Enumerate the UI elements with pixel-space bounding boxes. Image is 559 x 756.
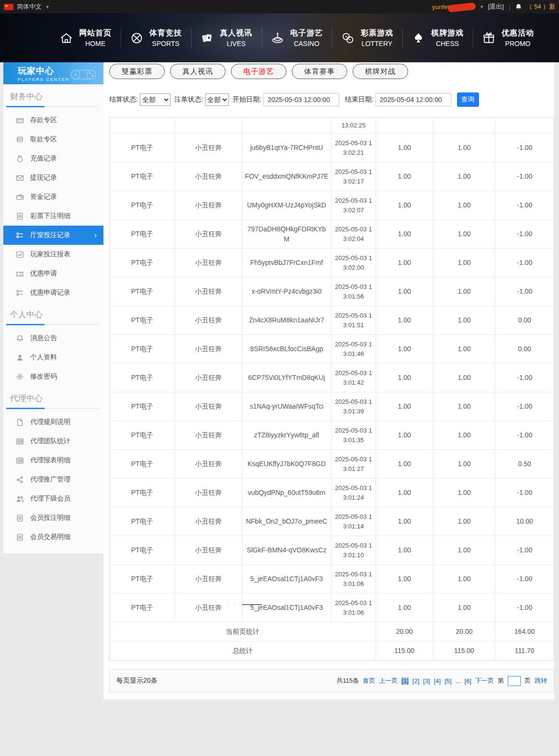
settle-status-select[interactable]: 全部 xyxy=(140,93,171,106)
cell-win-loss: -1.00 xyxy=(495,392,554,421)
sidebar-item[interactable]: 会员交易明细 xyxy=(3,527,103,547)
nav-item-lives[interactable]: 真人视讯LIVES xyxy=(192,28,262,47)
page-number[interactable]: [2] xyxy=(412,677,419,685)
username[interactable]: yunfei xyxy=(432,3,449,11)
sidebar-item[interactable]: 修改密码 xyxy=(3,367,103,386)
summary-win-loss: 111.70 xyxy=(495,641,554,661)
sidebar-item[interactable]: 个人资料 xyxy=(3,348,103,367)
cell-valid-bet: 1.00 xyxy=(433,594,495,622)
page-number-active[interactable]: [1] xyxy=(401,677,408,685)
sidebar-item-label: 优惠申请记录 xyxy=(30,288,70,297)
bell-icon[interactable] xyxy=(515,3,522,11)
cell-datetime: 2025-05-03 13:01:39 xyxy=(331,392,376,421)
page-number[interactable]: [5] xyxy=(445,677,451,685)
cell-win-loss: -1.00 xyxy=(495,421,554,450)
jump-button[interactable]: 跳转 xyxy=(535,676,547,685)
sidebar-item[interactable]: 代理团队统计 xyxy=(3,432,103,451)
nav-item-promo[interactable]: 优惠活动PROMO xyxy=(473,28,543,47)
sidebar-item[interactable]: 代理规则说明 xyxy=(3,412,103,432)
sidebar-item[interactable]: 代理报表明细 xyxy=(3,451,103,470)
nav-item-sports[interactable]: 体育竞技SPORTS xyxy=(121,28,191,47)
tab-item[interactable]: 棋牌对战 xyxy=(353,64,408,79)
page-number[interactable]: [6] xyxy=(465,677,471,685)
order-status-select[interactable]: 全部 xyxy=(205,93,229,106)
gift-icon xyxy=(482,32,495,45)
message-count[interactable]: （ 54 ）新 xyxy=(526,2,555,11)
doc-icon xyxy=(16,212,24,220)
sidebar-item[interactable]: 会员投注明细 xyxy=(3,508,103,527)
end-date-input[interactable] xyxy=(376,93,451,106)
page-jump-input[interactable] xyxy=(508,676,521,686)
coins-icon xyxy=(16,136,24,144)
search-button[interactable]: 查询 xyxy=(457,92,479,107)
nav-item-lottery[interactable]: 彩票游戏LOTTERY xyxy=(332,28,402,47)
first-page-link[interactable]: 首页 xyxy=(363,676,375,685)
table-row: PT电子小丑狂奔Fh5yptvBbJ7FrCxn1Fmf2025-05-03 1… xyxy=(110,249,554,277)
sidebar-item[interactable]: 充值记录 xyxy=(3,149,103,168)
tab-item[interactable]: 雙赢彩票 xyxy=(109,64,165,79)
card-icon xyxy=(16,116,24,125)
tab-item[interactable]: 真人视讯 xyxy=(170,64,226,79)
table-row: PT电子小丑狂奔UMy0gHXM-UzJ4pYojSkD2025-05-03 1… xyxy=(110,191,554,220)
prev-page-link[interactable]: 上一页 xyxy=(379,676,398,685)
cell-datetime: 2025-05-03 13:01:10 xyxy=(331,536,376,565)
sidebar-item[interactable]: 提现记录 xyxy=(3,168,103,187)
sidebar-item[interactable]: 取款专区 xyxy=(3,130,103,149)
chevron-down-icon[interactable]: ▼ xyxy=(479,4,484,10)
cell-game-name: 小丑狂奔 xyxy=(175,335,242,364)
table-row-partial: 13:02:25 xyxy=(110,118,554,134)
cell-bet-amount: 1.00 xyxy=(376,536,433,565)
cell-win-loss: -1.00 xyxy=(495,479,554,507)
sidebar-item[interactable]: 资金记录 xyxy=(3,187,103,206)
cell-datetime: 2025-05-03 13:02:21 xyxy=(331,134,376,162)
cell-bet-amount: 1.00 xyxy=(376,594,433,622)
sidebar-item[interactable]: 代理下级会员 xyxy=(3,489,103,508)
sidebar-item[interactable]: 玩家投注报表 xyxy=(3,245,103,264)
summary-row: 总统计115.00115.00111.70 xyxy=(110,641,554,661)
sidebar-item[interactable]: 彩票下注明细 xyxy=(3,206,103,226)
cell-datetime: 2025-05-03 13:01:35 xyxy=(331,421,376,450)
nav-item-chess[interactable]: 棋牌游戏CHESS xyxy=(403,28,473,47)
cell-valid-bet: 1.00 xyxy=(433,364,495,392)
logout-button[interactable]: [退出] xyxy=(488,2,504,11)
cell-order-id: 797DaDH8QHkgFDRtKYbM xyxy=(242,220,331,249)
page-number[interactable]: [3] xyxy=(423,677,430,685)
language-selector[interactable]: 简体中文 ▼ xyxy=(4,2,50,11)
summary-row: 当前页统计20.0020.00164.00 xyxy=(110,622,554,641)
sidebar-item-active[interactable]: 厅室投注记录› xyxy=(3,226,103,245)
sidebar-item[interactable]: 消息公告 xyxy=(3,329,103,348)
cell-bet-amount: 1.00 xyxy=(376,134,433,162)
page-number[interactable]: [4] xyxy=(434,677,441,685)
nav-item-label: 网站首页HOME xyxy=(79,28,112,47)
cell-order-id: zTZ8iyyzkrYyw8tp_afl xyxy=(242,421,331,450)
sidebar-item[interactable]: 优惠申请 xyxy=(3,264,103,283)
nav-item-home[interactable]: 网站首页HOME xyxy=(51,28,121,47)
cell-order-id: KsqEUKffyJ7bK0Q7F8GD xyxy=(242,450,331,479)
nav-item-casino[interactable]: 电子游艺CASINO xyxy=(262,28,332,47)
tab-item[interactable]: 体育赛事 xyxy=(292,64,347,79)
top-bar: 简体中文 ▼ yunfei ▼ [退出] | （ 54 ）新 xyxy=(0,0,559,13)
sidebar-item-label: 取款专区 xyxy=(30,135,57,144)
tab-active[interactable]: 电子游艺 xyxy=(231,64,286,79)
cell-game-type: PT电子 xyxy=(110,450,175,479)
sidebar-section-title: 代理中心 xyxy=(3,386,103,408)
cell xyxy=(110,118,175,134)
sidebar-item[interactable]: 存款专区 xyxy=(3,111,103,130)
next-page-link[interactable]: 下一页 xyxy=(475,676,494,685)
nav-item-label: 体育竞技SPORTS xyxy=(149,28,182,47)
cell-valid-bet: 1.00 xyxy=(433,565,495,594)
cell-bet-amount: 1.00 xyxy=(376,421,433,450)
redaction-scribble xyxy=(447,2,476,12)
table-row: PT电子小丑狂奔x-oRVmtY-Pz4cvbgz3i02025-05-03 1… xyxy=(110,277,554,306)
sidebar-item[interactable]: 优惠申请记录 xyxy=(3,283,103,302)
sidebar-item-label: 代理推广管理 xyxy=(30,475,70,484)
cell-order-id: vubQydPNp_60utT59u6m xyxy=(242,479,331,507)
nav-item-label: 电子游艺CASINO xyxy=(290,28,323,47)
user-icon xyxy=(16,354,24,362)
cell-win-loss: -1.00 xyxy=(495,191,554,220)
cell-game-type: PT电子 xyxy=(110,594,175,622)
cell-order-id: SlGkF-BMN4-qVO8KwsCz xyxy=(242,536,331,565)
sidebar-item[interactable]: 代理推广管理 xyxy=(3,470,103,489)
start-date-input[interactable] xyxy=(263,93,339,106)
cell-datetime: 2025-05-03 13:01:06 xyxy=(331,594,376,622)
